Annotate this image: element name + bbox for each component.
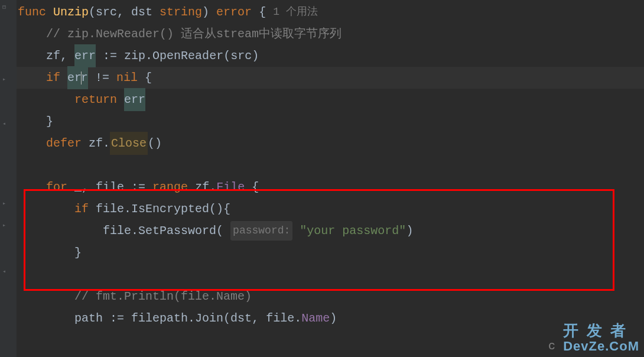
variable-err: err xyxy=(124,88,145,111)
gutter-fold-icon[interactable]: ◂ xyxy=(0,269,8,275)
gutter-fold-icon[interactable]: ▸ xyxy=(0,223,8,229)
code-line-current[interactable]: if err != nil { xyxy=(17,67,644,89)
code-line[interactable]: return err xyxy=(17,89,644,111)
gutter-fold-icon[interactable]: ▸ xyxy=(0,77,8,83)
gutter-fold-icon[interactable]: ⊟ xyxy=(0,5,8,11)
code-line[interactable]: defer zf.Close() xyxy=(17,132,644,154)
code-line[interactable]: file.SetPassword( password: "your passwo… xyxy=(17,220,644,242)
usage-hint: 1 个用法 xyxy=(266,2,318,22)
gutter-fold-icon[interactable]: ◂ xyxy=(0,121,8,127)
code-line[interactable]: func Unzip(src, dst string) error {1 个用法 xyxy=(17,1,644,23)
comment: // zip.NewReader() 适合从stream中读取字节序列 xyxy=(46,23,341,45)
code-line[interactable]: if file.IsEncrypted(){ xyxy=(17,198,644,220)
keyword-func: func xyxy=(18,1,46,23)
code-line-empty[interactable] xyxy=(17,264,644,285)
parameter-hint: password: xyxy=(230,221,292,241)
code-line[interactable]: // fmt.Println(file.Name) xyxy=(17,285,644,307)
code-line[interactable]: zf, err := zip.OpenReader(src) xyxy=(17,45,644,67)
variable-err: err xyxy=(74,44,96,67)
editor-gutter: ⊟ ▸ ◂ ▸ ▸ ◂ xyxy=(0,0,17,357)
code-line[interactable]: for _, file := range zf.File { xyxy=(17,176,644,198)
code-line[interactable]: } xyxy=(17,242,644,264)
variable-err: err xyxy=(67,66,88,89)
cut-text: c xyxy=(548,335,555,357)
watermark: 开发者 DevZe.CoM xyxy=(563,322,639,353)
code-line[interactable]: path := filepath.Join(dst, file.Name) xyxy=(17,307,644,329)
code-line[interactable]: // zip.NewReader() 适合从stream中读取字节序列 xyxy=(17,23,644,45)
method-close: Close xyxy=(110,132,148,155)
code-editor[interactable]: func Unzip(src, dst string) error {1 个用法… xyxy=(0,0,644,329)
code-line-empty[interactable] xyxy=(17,154,644,176)
comment: // fmt.Println(file.Name) xyxy=(74,285,252,307)
string-literal: "your password" xyxy=(300,220,406,242)
gutter-fold-icon[interactable]: ▸ xyxy=(0,201,8,207)
function-name: Unzip xyxy=(53,1,89,23)
code-line[interactable]: } xyxy=(17,111,644,132)
